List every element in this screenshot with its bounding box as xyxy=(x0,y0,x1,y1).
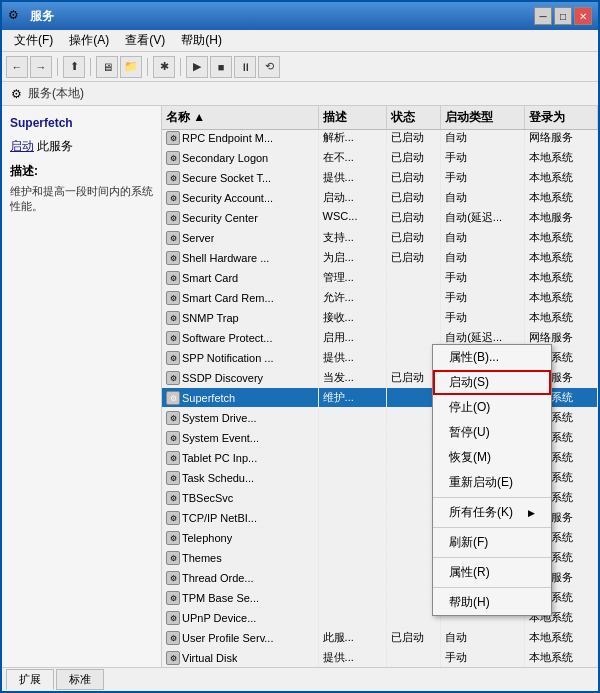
table-row[interactable]: ⚙Virtual Disk提供...手动本地系统 xyxy=(162,648,598,667)
table-row[interactable]: ⚙Security Account...启动...已启动自动本地系统 xyxy=(162,188,598,208)
col-status[interactable]: 状态 xyxy=(387,106,441,129)
tab-expanded[interactable]: 扩展 xyxy=(6,669,54,690)
service-icon: ⚙ xyxy=(166,571,180,585)
table-row[interactable]: ⚙Security CenterWSC...已启动自动(延迟...本地服务 xyxy=(162,208,598,228)
service-description: 维护和提高一段时间内的系统性能。 xyxy=(10,184,153,215)
service-status-cell: 已启动 xyxy=(387,228,441,247)
service-starttype-cell: 手动 xyxy=(441,268,524,287)
service-desc-cell xyxy=(319,568,388,587)
service-name-cell: TCP/IP NetBI... xyxy=(182,512,257,524)
table-row[interactable]: ⚙User Profile Serv...此服...已启动自动本地系统 xyxy=(162,628,598,648)
service-starttype-cell: 手动 xyxy=(441,308,524,327)
service-login-cell: 本地系统 xyxy=(525,228,599,247)
menu-view[interactable]: 查看(V) xyxy=(117,30,173,51)
service-name-cell: Security Account... xyxy=(182,192,273,204)
context-menu-item-pause[interactable]: 暂停(U) xyxy=(433,420,551,445)
service-icon: ⚙ xyxy=(166,551,180,565)
service-name-cell: SPP Notification ... xyxy=(182,352,274,364)
service-desc-cell: WSC... xyxy=(319,208,388,227)
service-desc-cell xyxy=(319,448,388,467)
service-desc-cell: 启用... xyxy=(319,328,388,347)
play-button[interactable]: ▶ xyxy=(186,56,208,78)
context-menu-item-properties[interactable]: 属性(B)... xyxy=(433,345,551,370)
context-menu-item-stop[interactable]: 停止(O) xyxy=(433,395,551,420)
service-name-cell: Shell Hardware ... xyxy=(182,252,269,264)
up-button[interactable]: ⬆ xyxy=(63,56,85,78)
computer-button[interactable]: 🖥 xyxy=(96,56,118,78)
forward-button[interactable]: → xyxy=(30,56,52,78)
context-menu-label: 暂停(U) xyxy=(449,424,490,441)
tab-standard[interactable]: 标准 xyxy=(56,669,104,690)
service-status-cell: 已启动 xyxy=(387,148,441,167)
table-row[interactable]: ⚙Shell Hardware ...为启...已启动自动本地系统 xyxy=(162,248,598,268)
context-menu-item-refresh[interactable]: 刷新(F) xyxy=(433,530,551,555)
right-panel: 名称 ▲ 描述 状态 启动类型 登录为 ⚙Routing and Re...在局… xyxy=(162,106,598,667)
context-menu-item-start[interactable]: 启动(S) xyxy=(433,370,551,395)
service-login-cell: 本地服务 xyxy=(525,208,599,227)
service-icon: ⚙ xyxy=(166,351,180,365)
table-row[interactable]: ⚙RPC Endpoint M...解析...已启动自动网络服务 xyxy=(162,130,598,148)
address-text: 服务(本地) xyxy=(28,85,84,102)
service-name-cell: Smart Card xyxy=(182,272,238,284)
service-name-cell: Smart Card Rem... xyxy=(182,292,274,304)
service-starttype-cell: 自动 xyxy=(441,130,524,147)
menu-action[interactable]: 操作(A) xyxy=(61,30,117,51)
restart-button[interactable]: ⟲ xyxy=(258,56,280,78)
address-icon: ⚙ xyxy=(8,86,24,102)
table-row[interactable]: ⚙Secure Socket T...提供...已启动手动本地系统 xyxy=(162,168,598,188)
service-login-cell: 本地系统 xyxy=(525,308,599,327)
context-menu-item-properties2[interactable]: 属性(R) xyxy=(433,560,551,585)
service-login-cell: 网络服务 xyxy=(525,130,599,147)
service-desc-cell xyxy=(319,528,388,547)
service-status-cell: 已启动 xyxy=(387,208,441,227)
menu-bar: 文件(F) 操作(A) 查看(V) 帮助(H) xyxy=(2,30,598,52)
start-service-link[interactable]: 启动 xyxy=(10,139,34,153)
col-starttype[interactable]: 启动类型 xyxy=(441,106,524,129)
service-desc-cell: 接收... xyxy=(319,308,388,327)
back-button[interactable]: ← xyxy=(6,56,28,78)
toolbar-separator-4 xyxy=(180,58,181,76)
table-row[interactable]: ⚙Server支持...已启动自动本地系统 xyxy=(162,228,598,248)
table-row[interactable]: ⚙Secondary Logon在不...已启动手动本地系统 xyxy=(162,148,598,168)
context-menu-label: 属性(R) xyxy=(449,564,490,581)
window-icon: ⚙ xyxy=(8,8,24,24)
table-row[interactable]: ⚙Smart Card Rem...允许...手动本地系统 xyxy=(162,288,598,308)
close-button[interactable]: ✕ xyxy=(574,7,592,25)
service-name-cell: System Drive... xyxy=(182,412,257,424)
col-name[interactable]: 名称 ▲ xyxy=(162,106,319,129)
service-desc-cell xyxy=(319,428,388,447)
service-login-cell: 本地系统 xyxy=(525,148,599,167)
service-desc-cell xyxy=(319,608,388,627)
context-menu-item-help[interactable]: 帮助(H) xyxy=(433,590,551,615)
service-icon: ⚙ xyxy=(166,171,180,185)
service-name-cell: Telephony xyxy=(182,532,232,544)
menu-file[interactable]: 文件(F) xyxy=(6,30,61,51)
context-menu-label: 帮助(H) xyxy=(449,594,490,611)
context-menu-item-resume[interactable]: 恢复(M) xyxy=(433,445,551,470)
action-button[interactable]: ✱ xyxy=(153,56,175,78)
maximize-button[interactable]: □ xyxy=(554,7,572,25)
service-name-cell: User Profile Serv... xyxy=(182,632,274,644)
pause-button[interactable]: ⏸ xyxy=(234,56,256,78)
service-icon: ⚙ xyxy=(166,531,180,545)
menu-help[interactable]: 帮助(H) xyxy=(173,30,230,51)
stop-button[interactable]: ■ xyxy=(210,56,232,78)
context-menu: 属性(B)...启动(S)停止(O)暂停(U)恢复(M)重新启动(E)所有任务(… xyxy=(432,344,552,616)
table-row[interactable]: ⚙SNMP Trap接收...手动本地系统 xyxy=(162,308,598,328)
minimize-button[interactable]: ─ xyxy=(534,7,552,25)
service-desc-cell xyxy=(319,488,388,507)
context-menu-item-alltasks[interactable]: 所有任务(K)▶ xyxy=(433,500,551,525)
service-desc-cell: 允许... xyxy=(319,288,388,307)
col-login[interactable]: 登录为 xyxy=(525,106,599,129)
col-desc[interactable]: 描述 xyxy=(319,106,388,129)
main-window: ⚙ 服务 ─ □ ✕ 文件(F) 操作(A) 查看(V) 帮助(H) ← → ⬆… xyxy=(0,0,600,693)
service-starttype-cell: 自动 xyxy=(441,228,524,247)
service-starttype-cell: 自动 xyxy=(441,628,524,647)
context-menu-item-restart[interactable]: 重新启动(E) xyxy=(433,470,551,495)
service-name-cell: Tablet PC Inp... xyxy=(182,452,257,464)
service-icon: ⚙ xyxy=(166,491,180,505)
table-row[interactable]: ⚙Smart Card管理...手动本地系统 xyxy=(162,268,598,288)
folder-button[interactable]: 📁 xyxy=(120,56,142,78)
service-status-cell: 已启动 xyxy=(387,628,441,647)
service-name-cell: Secure Socket T... xyxy=(182,172,271,184)
